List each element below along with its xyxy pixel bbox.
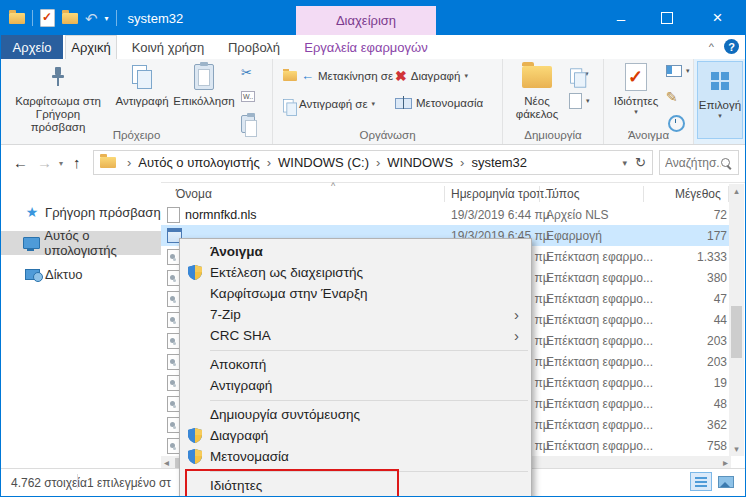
paste-button[interactable]: Επικόλληση xyxy=(173,62,235,108)
column-header-type[interactable]: Τύπος xyxy=(546,187,579,201)
easy-access-button[interactable]: ▾ xyxy=(569,93,590,109)
up-button[interactable]: ↑ xyxy=(73,154,81,171)
new-folder-button[interactable]: Νέος φάκελος xyxy=(509,62,565,121)
group-clipboard: Καρφίτσωμα στη Γρήγορη πρόσβαση Αντιγραφ… xyxy=(1,59,273,144)
qat-customize-dropdown-icon[interactable]: ▾ xyxy=(105,14,109,23)
select-button[interactable]: Επιλογή ▾ xyxy=(697,61,743,139)
back-button[interactable]: ← xyxy=(13,154,28,171)
column-header-size[interactable]: Μέγεθος xyxy=(675,187,721,201)
chevron-down-icon: ▾ xyxy=(464,72,468,80)
breadcrumb-windows-c[interactable]: WINDOWS (C:) xyxy=(276,155,371,170)
close-button[interactable]: × xyxy=(690,1,745,35)
file-type: Επέκταση εφαρμο... xyxy=(546,313,653,327)
copy-path-button[interactable]: W.. xyxy=(241,91,255,102)
scroll-up-icon[interactable]: ▴ xyxy=(729,186,744,196)
copy-to-button[interactable]: Αντιγραφή σε ▾ xyxy=(283,97,375,111)
recent-locations-dropdown-icon[interactable]: ▾ xyxy=(59,159,63,168)
properties-pane-button[interactable]: ▾ xyxy=(666,65,690,77)
sidebar-item-network[interactable]: Δίκτυο xyxy=(1,262,161,286)
delete-button[interactable]: ✖ Διαγραφή ▾ xyxy=(395,68,468,84)
minimize-button[interactable]: – xyxy=(598,1,644,35)
file-type: Εφαρμογή xyxy=(546,229,602,243)
tab-home[interactable]: Αρχική xyxy=(65,35,117,59)
menu-item-create-shortcut[interactable]: Δημιουργία συντόμευσης xyxy=(180,404,531,425)
copy-button[interactable]: Αντιγραφή xyxy=(113,62,171,108)
file-type: Επέκταση εφαρμο... xyxy=(546,292,653,306)
scrollbar-thumb[interactable] xyxy=(731,306,742,358)
qat-properties-icon[interactable] xyxy=(40,9,55,27)
menu-item-7zip[interactable]: 7-Zip › xyxy=(180,304,531,325)
contextual-tab-manage[interactable]: Διαχείριση xyxy=(296,6,436,35)
breadcrumb-this-pc[interactable]: Αυτός ο υπολογιστής xyxy=(136,155,261,170)
properties-icon xyxy=(625,62,647,92)
copy-icon xyxy=(132,62,152,92)
new-item-icon xyxy=(570,68,580,79)
scroll-right-icon[interactable]: ▸ xyxy=(723,457,728,468)
cut-button[interactable]: ✂ xyxy=(241,65,252,80)
table-row[interactable]: normnfkd.nls 19/3/2019 6:44 πμ Αρχείο NL… xyxy=(161,204,731,225)
properties-label: Ιδιότητες xyxy=(614,95,659,108)
vertical-scrollbar[interactable]: ▴ ▾ xyxy=(729,184,744,456)
menu-item-run-as-administrator[interactable]: Εκτέλεση ως διαχειριστής xyxy=(180,262,531,283)
tab-share[interactable]: Κοινή χρήση xyxy=(127,35,209,59)
menu-item-open[interactable]: Άνοιγμα xyxy=(180,241,531,262)
qat-new-folder-icon[interactable] xyxy=(62,13,78,24)
breadcrumb-separator: › xyxy=(122,155,136,170)
new-folder-label: Νέος φάκελος xyxy=(509,95,565,121)
new-item-button[interactable]: ▾ xyxy=(569,67,589,81)
scroll-down-icon[interactable]: ▾ xyxy=(729,444,744,454)
column-divider[interactable] xyxy=(444,186,445,202)
sidebar-item-quick-access[interactable]: ★ Γρήγορη πρόσβαση xyxy=(1,200,161,224)
scroll-left-icon[interactable]: ◂ xyxy=(164,457,169,468)
menu-separator xyxy=(210,350,528,351)
rename-button[interactable]: Μετονομασία xyxy=(395,97,483,109)
tab-file[interactable]: Αρχείο xyxy=(1,35,63,59)
address-dropdown-icon[interactable]: ▾ xyxy=(623,158,628,168)
context-menu: Άνοιγμα Εκτέλεση ως διαχειριστής Καρφίτσ… xyxy=(179,238,532,497)
sort-ascending-icon: ^ xyxy=(331,181,335,191)
forward-button[interactable]: → xyxy=(37,154,52,171)
menu-item-copy[interactable]: Αντιγραφή xyxy=(180,375,531,396)
file-type: Επέκταση εφαρμο... xyxy=(546,355,653,369)
select-icon xyxy=(711,66,729,96)
title-bar: ↶ ▾ system32 Διαχείριση – × xyxy=(1,1,745,35)
menu-item-crc-sha[interactable]: CRC SHA › xyxy=(180,325,531,346)
menu-item-cut[interactable]: Αποκοπή xyxy=(180,354,531,375)
tab-view[interactable]: Προβολή xyxy=(219,35,289,59)
tab-application-tools[interactable]: Εργαλεία εφαρμογών xyxy=(296,35,436,59)
menu-item-delete[interactable]: Διαγραφή xyxy=(180,425,531,446)
address-bar[interactable]: › Αυτός ο υπολογιστής › WINDOWS (C:) › W… xyxy=(93,150,653,175)
search-input[interactable] xyxy=(660,156,721,170)
ribbon-tab-strip: Αρχείο Αρχική Κοινή χρήση Προβολή Εργαλε… xyxy=(1,35,745,60)
maximize-button[interactable] xyxy=(644,1,690,35)
file-size: 19 xyxy=(641,376,727,390)
breadcrumb-separator: › xyxy=(262,155,276,170)
column-divider[interactable] xyxy=(539,186,540,202)
column-header-name[interactable]: Όνομα xyxy=(176,187,212,201)
column-headers: ^ Όνομα Ημερομηνία τροπ... Τύπος Μέγεθος xyxy=(161,184,731,204)
divider xyxy=(116,10,117,26)
thumbnails-view-button[interactable] xyxy=(715,472,737,491)
file-size: 758 xyxy=(641,439,727,453)
menu-item-rename[interactable]: Μετονομασία xyxy=(180,446,531,467)
refresh-icon[interactable]: ↻ xyxy=(635,155,646,170)
column-divider[interactable] xyxy=(643,186,644,202)
pin-to-quick-access-button[interactable]: Καρφίτσωμα στη Γρήγορη πρόσβαση xyxy=(7,62,109,135)
move-to-button[interactable]: ← Μετακίνηση σε ▾ xyxy=(283,68,401,83)
move-to-icon xyxy=(283,71,297,81)
search-box[interactable] xyxy=(659,150,739,175)
submenu-arrow-icon: › xyxy=(514,304,519,325)
breadcrumb-system32[interactable]: system32 xyxy=(469,155,529,170)
search-icon xyxy=(721,158,730,167)
details-view-button[interactable] xyxy=(690,472,712,491)
breadcrumb-windows[interactable]: WINDOWS xyxy=(385,155,455,170)
edit-icon: ✎ xyxy=(666,89,678,105)
qat-undo-icon[interactable]: ↶ xyxy=(85,11,98,26)
menu-item-pin-to-start[interactable]: Καρφίτσωμα στην Έναρξη xyxy=(180,283,531,304)
sidebar-item-this-pc[interactable]: Αυτός ο υπολογιστής xyxy=(1,231,161,255)
help-icon[interactable]: ? xyxy=(724,39,739,54)
properties-button[interactable]: Ιδιότητες ▾ xyxy=(610,62,662,116)
collapse-ribbon-icon[interactable]: ^ xyxy=(709,42,714,52)
sidebar-item-label: Αυτός ο υπολογιστής xyxy=(44,228,161,258)
edit-button[interactable]: ✎ xyxy=(666,89,678,105)
